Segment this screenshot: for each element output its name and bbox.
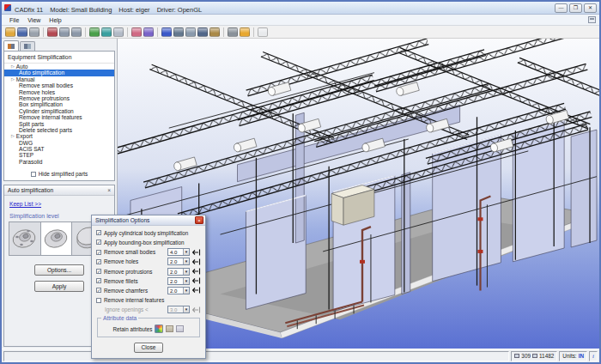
menu-file[interactable]: File: [5, 16, 23, 24]
mdi-restore-icon[interactable]: [588, 16, 596, 23]
value-combo[interactable]: 2.0▼: [167, 268, 190, 276]
level-detailed-thumb[interactable]: [9, 222, 41, 255]
tree-group-export[interactable]: ▷Export: [4, 133, 114, 139]
secondary-tab-icon: [24, 44, 31, 49]
apply-button[interactable]: Apply: [34, 281, 84, 292]
tree-item-parasolid[interactable]: Parasolid: [4, 159, 114, 165]
erase-icon[interactable]: [131, 27, 142, 37]
close-button[interactable]: ✕: [584, 3, 597, 13]
checkbox-checked[interactable]: ✓: [96, 230, 101, 235]
pick-distance-icon[interactable]: [192, 249, 201, 256]
entity-count-icon: [532, 354, 537, 358]
status-message-cell: [3, 351, 509, 361]
dialog-close-action-button[interactable]: Close: [134, 343, 163, 353]
checkbox-unchecked[interactable]: [96, 298, 101, 303]
tree-item-step[interactable]: STEP: [4, 152, 114, 158]
pick-distance-icon[interactable]: [192, 287, 201, 294]
display-box-icon[interactable]: [185, 27, 196, 37]
pick-distance-icon[interactable]: [192, 268, 201, 275]
return-arrow-icon[interactable]: [101, 27, 112, 37]
tree-item-cylinder-simplification[interactable]: Cylinder simplification: [4, 108, 114, 114]
tree-item-remove-small-bodies[interactable]: Remove small bodies: [4, 82, 114, 88]
checkbox-checked[interactable]: ✓: [96, 269, 101, 274]
dialog-title-bar[interactable]: Simplification Options ×: [92, 215, 205, 226]
chevron-down-icon[interactable]: ▼: [183, 278, 189, 284]
minimize-button[interactable]: —: [555, 3, 568, 13]
tree-item-split-parts[interactable]: Split parts: [4, 121, 114, 127]
checkbox-checked[interactable]: ✓: [96, 250, 101, 255]
retain-names-icon[interactable]: [176, 325, 184, 332]
panel-close-icon[interactable]: ×: [107, 188, 111, 193]
zoom-tool-icon[interactable]: [197, 27, 208, 37]
tree-item-delete-selected-parts[interactable]: Delete selected parts: [4, 127, 114, 133]
options-button[interactable]: Options...: [34, 264, 84, 276]
expander-icon[interactable]: ▷: [11, 133, 15, 139]
nav-back-icon[interactable]: [59, 27, 70, 37]
pick-distance-icon[interactable]: [192, 258, 201, 265]
tree-item-remove-internal-features[interactable]: Remove internal features: [4, 114, 114, 120]
tree-group-manual[interactable]: ▷Manual: [4, 76, 114, 82]
retain-colors-button[interactable]: [155, 325, 163, 333]
tree-item-auto-simplification[interactable]: Auto simplification: [4, 70, 114, 76]
dialog-close-button[interactable]: ×: [195, 216, 203, 224]
edit-check-icon[interactable]: [89, 27, 100, 37]
tab-simplification[interactable]: [3, 40, 19, 51]
measure-icon[interactable]: [209, 27, 220, 37]
attribute-data-group: Attribute data Retain attributes: [97, 318, 200, 337]
pick-distance-icon[interactable]: [192, 277, 201, 284]
hide-simplified-checkbox[interactable]: [31, 172, 36, 177]
save-model-icon[interactable]: [17, 27, 27, 37]
retain-layers-icon[interactable]: [166, 325, 173, 332]
palette-icon[interactable]: [143, 27, 154, 37]
value-combo[interactable]: 2.0▼: [167, 258, 190, 265]
internal-features-label: Remove internal features: [104, 297, 201, 303]
history-icon[interactable]: [47, 27, 58, 37]
maximize-button[interactable]: ❐: [569, 3, 582, 13]
center-view-icon[interactable]: [173, 27, 184, 37]
status-info-cell[interactable]: i: [589, 351, 598, 361]
app-window: CADfix 11Model: Small BuildingHost: eige…: [0, 0, 601, 364]
tree-group-auto[interactable]: ▷Auto: [4, 64, 114, 70]
title-segment: Host: eiger: [118, 6, 149, 14]
tab-secondary[interactable]: [20, 41, 35, 51]
menu-bar: FileViewHelp: [2, 15, 599, 26]
status-counts-cell: 30911482: [511, 351, 557, 361]
dialog-title: Simplification Options: [95, 217, 149, 223]
checkbox-checked[interactable]: ✓: [96, 259, 101, 264]
print-icon[interactable]: [29, 27, 39, 37]
render-icon[interactable]: [228, 27, 238, 37]
value-combo[interactable]: 2.0▼: [167, 277, 190, 285]
open-model-icon[interactable]: [5, 27, 15, 37]
chevron-down-icon[interactable]: ▼: [183, 249, 189, 255]
ignore-openings-label: Ignore openings <: [96, 306, 165, 312]
checkbox-checked[interactable]: ✓: [96, 278, 101, 283]
tree-item-acis-sat[interactable]: ACIS SAT: [4, 146, 114, 152]
chevron-down-icon[interactable]: ▼: [183, 288, 189, 294]
checkbox-checked[interactable]: ✓: [96, 240, 101, 245]
expander-icon[interactable]: ▷: [11, 64, 15, 70]
menu-help[interactable]: Help: [45, 16, 65, 24]
keep-list-link[interactable]: Keep List >>: [9, 201, 114, 207]
expander-icon[interactable]: ▷: [11, 76, 15, 82]
checkbox-checked[interactable]: ✓: [96, 288, 101, 293]
flange-detailed-icon: [11, 225, 39, 252]
nav-forward-icon[interactable]: [71, 27, 82, 37]
panel-title: Auto simplification: [8, 187, 53, 193]
tree-item-remove-holes[interactable]: Remove holes: [4, 89, 114, 95]
tree-item-remove-protrusions[interactable]: Remove protrusions: [4, 95, 114, 101]
tree-item-dwg[interactable]: DWG: [4, 140, 114, 146]
tree-item-box-simplification[interactable]: Box simplification: [4, 101, 114, 107]
value-combo[interactable]: 4.0▼: [167, 248, 190, 256]
menu-view[interactable]: View: [23, 16, 45, 24]
cursor-arrow-icon[interactable]: [258, 27, 268, 37]
flange-medium-icon: [43, 225, 70, 252]
row-remove-small-bodies: ✓ Remove small bodies 4.0▼: [96, 248, 201, 256]
copy-page-icon[interactable]: [113, 27, 124, 37]
chevron-down-icon[interactable]: ▼: [183, 269, 189, 275]
chevron-down-icon[interactable]: ▼: [183, 258, 189, 264]
value-combo[interactable]: 2.0▼: [167, 287, 190, 294]
stereo-view-icon[interactable]: [161, 27, 172, 37]
level-medium-thumb[interactable]: [41, 222, 73, 255]
lightning-icon[interactable]: [240, 27, 250, 37]
check-bounding-box: ✓Apply bounding-box simplification: [96, 239, 201, 246]
